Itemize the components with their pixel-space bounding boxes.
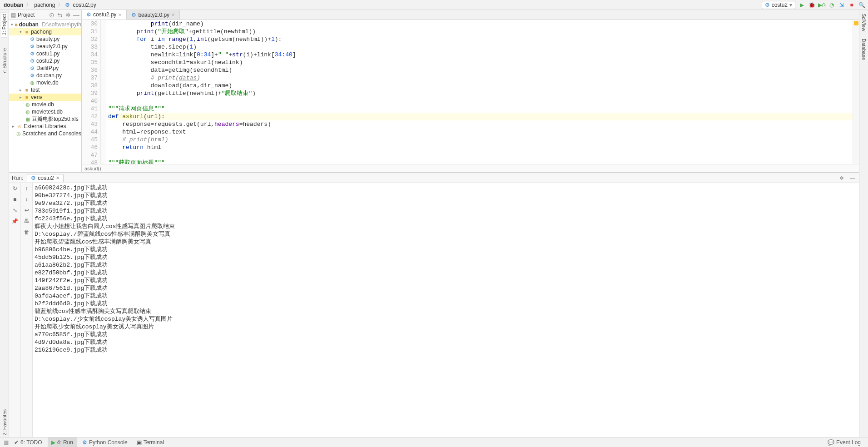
code-line[interactable]: # print(datas) <box>108 74 853 82</box>
crumb-root[interactable]: douban <box>3 2 24 8</box>
console-line: a770c6585f.jpg下载成功 <box>35 331 857 338</box>
code-editor[interactable]: 30313233343536373839404142434445464748 p… <box>82 20 859 164</box>
settings-gear-icon[interactable]: ✲ <box>65 12 71 18</box>
tree-file-beauty2[interactable]: ⚙beauty2.0.py <box>9 43 81 50</box>
clear-icon[interactable]: 🗑 <box>23 228 30 236</box>
code-line[interactable]: data=getimg(secondhtml) <box>108 66 853 74</box>
tree-file-douban[interactable]: ⚙douban.py <box>9 72 81 79</box>
stop-icon[interactable]: ■ <box>11 196 19 203</box>
expand-all-icon[interactable]: ⇆ <box>57 12 63 18</box>
project-tree[interactable]: ▾■douban D:\software\pyth ▾■pachong ⚙bea… <box>9 20 81 172</box>
search-everywhere-icon[interactable]: 🔍 <box>858 1 865 9</box>
python-file-icon: ⚙ <box>131 12 136 18</box>
todo-tab[interactable]: ✔6: TODO <box>10 437 46 447</box>
scratches-icon: ◎ <box>16 131 21 137</box>
tree-file-movietest[interactable]: ◍movietest.db <box>9 108 81 115</box>
tree-file-dailiip[interactable]: ⚙DailiIP.py <box>9 65 81 72</box>
down-icon[interactable]: ↓ <box>23 196 30 203</box>
hide-icon[interactable]: — <box>849 174 856 182</box>
breadcrumbs[interactable]: douban 〉 pachong 〉 ⚙ costu2.py <box>0 1 762 9</box>
console-line: 辉夜大小姐想让我告白同人cos性感写真图片爬取结束 <box>35 223 857 230</box>
python-console-tab[interactable]: ⚙Python Console <box>79 437 131 447</box>
tree-folder-test[interactable]: ▸■test <box>9 86 81 94</box>
close-icon[interactable]: ✕ <box>171 12 175 17</box>
tree-label: beauty2.0.py <box>36 43 68 50</box>
profile-icon[interactable]: ◔ <box>828 1 835 9</box>
terminal-tab[interactable]: ▣Terminal <box>133 437 168 447</box>
code-line[interactable]: # print(html) <box>108 136 853 144</box>
settings-gear-icon[interactable]: ✲ <box>838 174 845 182</box>
run-tab[interactable]: ⚙ costu2 ✕ <box>27 174 63 182</box>
close-icon[interactable]: ✕ <box>118 12 122 17</box>
project-tool-tab[interactable]: 1: Project <box>1 12 7 37</box>
code-content[interactable]: print(dir_name) print("开始爬取"+gettitle(ne… <box>106 20 853 164</box>
layout-icon[interactable]: ⤡ <box>11 207 19 214</box>
event-log-tab[interactable]: 💬Event Log <box>824 437 864 447</box>
code-line[interactable]: """请求网页信息""" <box>108 105 853 113</box>
crumb-folder[interactable]: pachong <box>33 2 56 8</box>
code-line[interactable]: print(dir_name) <box>108 20 853 28</box>
code-line[interactable] <box>108 151 853 159</box>
chevron-right-icon: 〉 <box>58 1 63 9</box>
tree-external-libraries[interactable]: ▸⎋External Libraries <box>9 123 81 130</box>
code-line[interactable]: """获取页面标题""" <box>108 159 853 164</box>
hide-icon[interactable]: — <box>73 12 79 18</box>
run-configuration-selector[interactable]: ⚙ costu2 ▾ <box>762 1 795 9</box>
tool-window-quick-icon[interactable]: ▥ <box>4 439 9 446</box>
tree-scratches[interactable]: ◎Scratches and Consoles <box>9 130 81 137</box>
python-file-icon: ⚙ <box>29 58 35 64</box>
code-line[interactable]: download(data,dir_name) <box>108 82 853 89</box>
code-line[interactable]: for i in range(1,int(getsum(newhtml))+1)… <box>108 35 853 43</box>
tree-label: movietest.db <box>32 109 63 115</box>
fold-gutter[interactable] <box>101 20 106 164</box>
tree-file-xls[interactable]: ▦豆瓣电影top250.xls <box>9 115 81 123</box>
code-line[interactable]: newlink=link[0:34]+"_"+str(i)+link[34:40… <box>108 51 853 59</box>
attach-icon[interactable]: ⇲ <box>838 1 845 9</box>
folder-icon: ■ <box>24 29 30 35</box>
tree-file-moviedb2[interactable]: ◍movie.db <box>9 101 81 108</box>
rerun-icon[interactable]: ↻ <box>11 185 19 192</box>
error-stripe[interactable] <box>853 20 859 164</box>
tree-file-beauty[interactable]: ⚙beauty.py <box>9 35 81 43</box>
code-line[interactable] <box>108 97 853 105</box>
tree-file-moviedb[interactable]: ◍movie.db <box>9 79 81 86</box>
tree-label: douban.py <box>36 72 62 79</box>
python-file-icon: ⚙ <box>29 36 35 42</box>
pin-icon[interactable]: 📌 <box>11 218 19 225</box>
tree-file-costu2[interactable]: ⚙costu2.py <box>9 57 81 65</box>
editor-breadcrumb[interactable]: askurl() <box>82 164 859 172</box>
tree-label: pachong <box>31 29 52 35</box>
database-tool-tab[interactable]: Database <box>861 37 867 62</box>
code-line[interactable]: time.sleep(1) <box>108 43 853 51</box>
sciview-tool-tab[interactable]: SciView <box>861 12 867 33</box>
run-coverage-icon[interactable]: ▶⎙ <box>818 1 825 9</box>
crumb-file[interactable]: costu2.py <box>72 2 97 8</box>
select-opened-file-icon[interactable]: ⊙ <box>49 12 55 18</box>
up-icon[interactable]: ↑ <box>23 185 30 192</box>
code-line[interactable]: return html <box>108 144 853 151</box>
code-line[interactable]: secondhtml=askurl(newlink) <box>108 59 853 66</box>
print-icon[interactable]: 🖶 <box>23 218 30 225</box>
code-line[interactable]: print("开始爬取"+gettitle(newhtml)) <box>108 28 853 35</box>
favorites-tool-tab[interactable]: 2: Favorites <box>2 407 7 437</box>
run-button-icon[interactable]: ▶ <box>798 1 805 9</box>
tree-folder-venv[interactable]: ▸■venv <box>9 94 81 101</box>
python-icon: ⚙ <box>82 439 87 446</box>
editor-tab-beauty2[interactable]: ⚙ beauty2.0.py ✕ <box>127 10 180 20</box>
close-icon[interactable]: ✕ <box>56 175 60 180</box>
code-line[interactable]: print(gettitle(newhtml)+"爬取结束") <box>108 89 853 97</box>
soft-wrap-icon[interactable]: ↩ <box>23 207 30 214</box>
console-output[interactable]: a66082428c.jpg下载成功90be327274.jpg下载成功9e97… <box>33 183 859 437</box>
run-tab-bottom[interactable]: ▶4: Run <box>48 437 77 447</box>
structure-tool-tab[interactable]: 7: Structure <box>2 46 7 76</box>
editor-tab-costu2[interactable]: ⚙ costu2.py ✕ <box>82 10 127 20</box>
code-line[interactable]: html=response.text <box>108 128 853 136</box>
tree-root[interactable]: ▾■douban D:\software\pyth <box>9 21 81 28</box>
code-line[interactable]: response=requests.get(url,headers=header… <box>108 120 853 128</box>
python-file-icon: ⚙ <box>29 51 35 57</box>
debug-button-icon[interactable]: 🐞 <box>808 1 815 9</box>
tree-folder-pachong[interactable]: ▾■pachong <box>9 28 81 35</box>
stop-button-icon[interactable]: ■ <box>848 1 855 9</box>
code-line[interactable]: def askurl(url): <box>108 113 853 120</box>
tree-file-costu1[interactable]: ⚙costu1.py <box>9 50 81 57</box>
